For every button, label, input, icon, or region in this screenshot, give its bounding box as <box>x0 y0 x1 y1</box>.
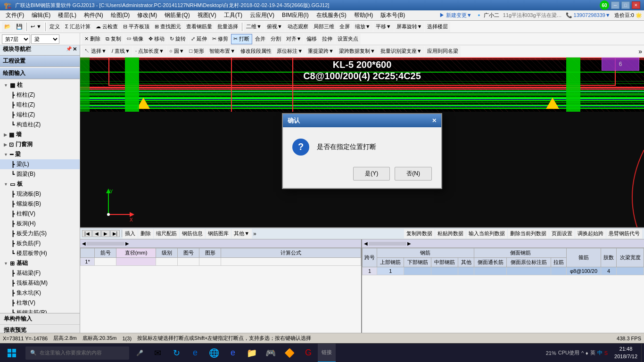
tray-expand[interactable]: ^ <box>581 350 584 356</box>
delete-row-btn[interactable]: 删除 <box>138 229 153 239</box>
calc-total-btn[interactable]: Σ 汇总计算 <box>63 22 93 32</box>
taskbar-icon-edge[interactable]: 🌐 <box>205 344 223 362</box>
2d-btn[interactable]: 二维▼ <box>244 22 264 32</box>
maximize-button[interactable]: □ <box>621 1 630 9</box>
delete-col-data-btn[interactable]: 删除当前列数据 <box>508 229 549 239</box>
floor-selector[interactable]: 第7层 <box>2 34 30 44</box>
tree-item-end-column[interactable]: ┣端柱(Z) <box>0 110 80 120</box>
partial-3d-btn[interactable]: 局部三维 <box>311 22 337 32</box>
rect-btn[interactable]: □ 矩形 <box>187 46 207 57</box>
open-btn[interactable]: 📂 <box>2 22 13 32</box>
swap-start-span-btn[interactable]: 调换起始跨 <box>575 229 606 239</box>
dialog-no-btn[interactable]: 否(N) <box>395 167 432 181</box>
delete-btn[interactable]: ✕ 删除 <box>82 34 103 44</box>
dialog-close-btn[interactable]: ✕ <box>432 117 437 124</box>
cloud-check-btn[interactable]: ☁ 云检查 <box>93 22 120 32</box>
tree-group-foundation[interactable]: ▼⊞基础 <box>0 258 80 268</box>
tree-item-construct-column[interactable]: ┗构造柱(Z) <box>0 120 80 130</box>
close-button[interactable]: ✕ <box>632 1 640 9</box>
expand-toolbar-btn[interactable]: » <box>638 48 642 55</box>
other-btn[interactable]: 其他▼ <box>231 229 252 239</box>
cantilever-code-btn[interactable]: 悬臂钢筋代号 <box>606 229 642 239</box>
tree-item-found-beam[interactable]: ┣基础梁(F) <box>0 268 80 278</box>
tree-item-round-beam[interactable]: ┗圆梁(B) <box>0 169 80 179</box>
tree-item-spiral-slab[interactable]: ┣螺旋板(B) <box>0 199 80 209</box>
taskbar-icon-app1[interactable]: 🔶 <box>280 344 299 362</box>
zoom-btn[interactable]: 缩放▼ <box>353 22 373 32</box>
tree-item-col-pier[interactable]: ┣柱墩(V) <box>0 298 80 308</box>
modify-segment-btn[interactable]: 修改段段属性 <box>238 46 274 57</box>
taskbar-icon-refresh[interactable]: ↻ <box>167 344 186 362</box>
panel-pin-btn[interactable]: 📌 <box>66 46 72 52</box>
find-element-btn[interactable]: ⊞ 查找图元 <box>152 22 183 32</box>
menu-item-tools[interactable]: 工具(T) <box>220 10 246 20</box>
orig-mark-btn[interactable]: 原位标注▼ <box>274 46 305 57</box>
scroll-right-btn[interactable]: ▶ <box>125 241 129 246</box>
tree-item-slab-neg[interactable]: ┣板负筋(F) <box>0 239 80 248</box>
rotate-elem-btn[interactable]: ↻ 旋转 <box>167 34 188 44</box>
fullscreen-btn[interactable]: 全屏 <box>337 22 352 32</box>
scale-rebar-btn[interactable]: 缩尺配筋 <box>154 229 179 239</box>
scroll-left-btn[interactable]: ◀ <box>82 241 86 246</box>
point-extend-btn[interactable]: · 点加长度▼ <box>133 46 166 57</box>
tree-item-raft[interactable]: ┣筏板基础(M) <box>0 278 80 288</box>
re-pick-span-btn[interactable]: 重提梁跨▼ <box>305 46 336 57</box>
nav-next-btn[interactable]: ▶ <box>101 230 110 237</box>
taskbar-icon-game[interactable]: 🎮 <box>261 344 280 362</box>
menu-item-cloud[interactable]: 云应用(V) <box>246 10 278 20</box>
menu-item-online[interactable]: 在线服务(S) <box>313 10 350 20</box>
split-btn[interactable]: 分割 <box>268 34 283 44</box>
nav-first-btn[interactable]: |◀ <box>82 230 92 237</box>
trim-btn[interactable]: ✂ 修剪 <box>210 34 231 44</box>
menu-item-edit[interactable]: 编辑(E) <box>28 10 54 20</box>
show-desktop-btn[interactable] <box>641 344 644 362</box>
menu-item-help[interactable]: 帮助(H) <box>350 10 377 20</box>
line-btn[interactable]: / 直线▼ <box>109 46 132 57</box>
dialog-yes-btn[interactable]: 是(Y) <box>353 167 390 181</box>
page-setup-btn[interactable]: 页面设置 <box>549 229 575 239</box>
tree-item-slab-hole[interactable]: ┣板洞(H) <box>0 219 80 229</box>
align-btn[interactable]: 对齐▼ <box>284 34 304 44</box>
circle-btn[interactable]: ○ 圆▼ <box>167 46 187 57</box>
menu-item-floor[interactable]: 楼层(L) <box>54 10 80 20</box>
move-btn[interactable]: ✥ 移动 <box>146 34 167 44</box>
input-lang-en[interactable]: 英 <box>590 349 595 356</box>
microphone-icon[interactable]: 🎤 <box>131 344 148 362</box>
menu-item-rebar[interactable]: 钢筋量(Q) <box>161 10 193 20</box>
dynamic-view-btn[interactable]: 动态观察 <box>285 22 311 32</box>
tree-item-frame-column[interactable]: ┣框柱(Z) <box>0 90 80 100</box>
tree-group-beam[interactable]: ▼━梁 <box>0 149 80 159</box>
grip-btn[interactable]: 设置夹点 <box>335 34 361 44</box>
rebar-info-btn[interactable]: 钢筋信息 <box>180 229 205 239</box>
taskbar-icon-folder[interactable]: 📁 <box>242 344 261 362</box>
pan-btn[interactable]: 平移▼ <box>373 22 394 32</box>
save-btn[interactable]: 💾 <box>14 22 25 32</box>
tree-group-wall[interactable]: ▶▦墙 <box>0 130 80 140</box>
menu-item-version[interactable]: 版本号(B) <box>377 10 409 20</box>
select-floor-btn[interactable]: 选择楼层 <box>425 22 450 32</box>
minimize-button[interactable]: ─ <box>611 1 619 9</box>
taskbar-icon-ie2[interactable]: e <box>223 344 242 362</box>
insert-row-btn[interactable]: 插入 <box>123 229 138 239</box>
view-rebar-btn[interactable]: 查看钢筋量 <box>184 22 215 32</box>
define-btn[interactable]: 定义 <box>47 22 62 32</box>
batch-select-btn[interactable]: 批量选择 <box>215 22 240 32</box>
panel-close-btn[interactable]: ✕ <box>73 46 77 52</box>
tree-item-cast-slab[interactable]: ┣现浇板(B) <box>0 189 80 199</box>
menu-item-bim[interactable]: BIM应用(I) <box>278 10 313 20</box>
input-col-data-btn[interactable]: 输入当前列数据 <box>466 229 507 239</box>
phone-num[interactable]: 📞 13907298339▼ <box>566 12 611 18</box>
copy-span-btn[interactable]: 梁跨数据复制▼ <box>337 46 378 57</box>
section-drawing[interactable]: 绘图输入 <box>0 68 80 79</box>
rebar-library-btn[interactable]: 钢筋图库 <box>206 229 231 239</box>
menu-item-draw[interactable]: 绘图(D) <box>107 10 134 20</box>
tree-group-column[interactable]: ▼ ▩ 柱 <box>0 80 80 90</box>
top-view-btn[interactable]: 俯视▼ <box>264 22 285 32</box>
apply-same-btn[interactable]: 应用到同名梁 <box>425 46 461 57</box>
nav-prev-btn[interactable]: ◀ <box>92 230 101 237</box>
taskbar-icon-app2[interactable]: G <box>299 344 318 362</box>
start-button[interactable] <box>0 344 24 362</box>
menu-item-element[interactable]: 构件(N) <box>80 10 107 20</box>
tree-item-slab-rebar[interactable]: ┣板受力筋(S) <box>0 229 80 239</box>
merge-btn[interactable]: 合并 <box>253 34 268 44</box>
